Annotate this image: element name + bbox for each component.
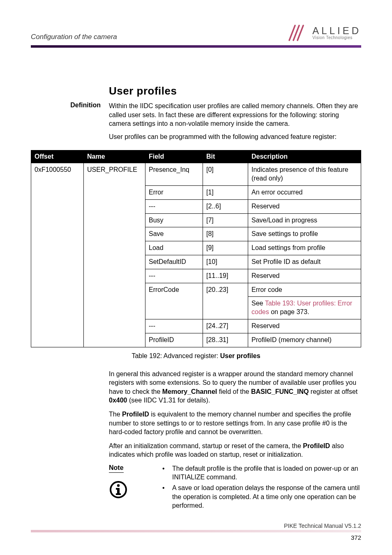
brand-block: ALLIED Vision Technologies [288, 25, 361, 41]
footer-divider [31, 530, 361, 532]
cell-field: Error [145, 185, 203, 199]
cell-desc: See Table 193: User profiles: Error code… [248, 297, 361, 319]
note-item: •A save or load operation delays the res… [162, 483, 361, 510]
cell-bit: [8] [203, 227, 248, 241]
th-description: Description [248, 150, 361, 163]
page-footer: PIKE Technical Manual V5.1.2 372 [31, 523, 361, 541]
text-strong: ProfileID [122, 411, 149, 418]
svg-point-4 [117, 484, 120, 487]
cell-desc: Set Profile ID as default [248, 255, 361, 269]
text-run: After an initialization command, startup… [109, 442, 303, 449]
cell-desc: An error occurred [248, 185, 361, 199]
bullet-icon: • [162, 483, 172, 510]
cell-bit-empty [203, 297, 248, 319]
note-block: Note •The default profile is the profile… [109, 464, 361, 512]
body-para-3: After an initialization command, startup… [109, 442, 361, 459]
cell-bit: [28..31] [203, 333, 248, 347]
cell-desc: Indicates presence of this feature (read… [248, 163, 361, 186]
cell-field-empty [145, 297, 203, 319]
section-title: Configuration of the camera [31, 33, 117, 41]
note-text: The default profile is the profile that … [172, 464, 361, 482]
cell-field: ErrorCode [145, 283, 203, 297]
cell-field: Presence_Inq [145, 163, 203, 186]
cell-desc: Reserved [248, 199, 361, 213]
cell-name: USER_PROFILE [84, 163, 145, 347]
definition-label: Definition [31, 102, 109, 145]
brand-logo-icon [288, 25, 309, 41]
cell-field: Busy [145, 213, 203, 227]
caption-prefix: Table 192: Advanced register: [131, 352, 220, 359]
info-icon [109, 480, 150, 499]
note-item: •The default profile is the profile that… [162, 464, 361, 482]
cell-bit: [20..23] [203, 283, 248, 297]
cell-desc: Error code [248, 283, 361, 297]
brand-tagline: Vision Technologies [312, 36, 361, 40]
cell-desc: Save settings to profile [248, 227, 361, 241]
body-para-1: In general this advanced register is a w… [109, 370, 361, 405]
svg-rect-6 [116, 488, 120, 490]
text-strong: BASIC_FUNC_INQ [251, 388, 309, 395]
cell-field: --- [145, 319, 203, 333]
brand-name: ALLIED [312, 26, 361, 36]
cell-desc: Reserved [248, 319, 361, 333]
text-run: field of the [217, 388, 251, 395]
th-field: Field [145, 150, 203, 163]
see-suffix: on page 373. [269, 308, 309, 315]
cell-bit: [24..27] [203, 319, 248, 333]
register-table: Offset Name Field Bit Description 0xF100… [31, 150, 361, 347]
text-strong: 0x400 [109, 397, 127, 404]
text-run: register at offset [309, 388, 357, 395]
text-run: The [109, 411, 122, 418]
cell-field: Save [145, 227, 203, 241]
th-name: Name [84, 150, 145, 163]
cell-field: --- [145, 199, 203, 213]
cell-bit: [7] [203, 213, 248, 227]
note-label: Note [109, 464, 124, 473]
footer-docname: PIKE Technical Manual V5.1.2 [31, 523, 361, 529]
bullet-icon: • [162, 464, 172, 482]
page-number: 372 [351, 534, 361, 541]
cell-bit: [1] [203, 185, 248, 199]
cell-field: SetDefaultID [145, 255, 203, 269]
cell-field: --- [145, 269, 203, 283]
text-strong: Memory_Channel [162, 388, 217, 395]
th-bit: Bit [203, 150, 248, 163]
text-strong: ProfileID [303, 442, 330, 449]
cell-desc: Reserved [248, 269, 361, 283]
svg-rect-7 [116, 493, 121, 495]
cell-bit: [10] [203, 255, 248, 269]
cell-field: Load [145, 241, 203, 255]
caption-strong: User profiles [220, 352, 261, 359]
heading-user-profiles: User profiles [109, 85, 361, 97]
table-caption: Table 192: Advanced register: User profi… [31, 352, 361, 360]
cell-bit: [9] [203, 241, 248, 255]
cell-bit: [0] [203, 163, 248, 186]
page-header: Configuration of the camera ALLIED Visio… [31, 25, 361, 41]
text-run: (see IIDC V1.31 for details). [127, 397, 210, 404]
cell-bit: [2..6] [203, 199, 248, 213]
definition-para-2: User profiles can be programmed with the… [109, 132, 361, 141]
cell-bit: [11..19] [203, 269, 248, 283]
cell-offset: 0xF1000550 [31, 163, 84, 347]
cell-desc: ProfileID (memory channel) [248, 333, 361, 347]
see-prefix: See [251, 300, 265, 307]
definition-para-1: Within the IIDC specification user profi… [109, 102, 361, 128]
cell-desc: Load settings from profile [248, 241, 361, 255]
th-offset: Offset [31, 150, 84, 163]
cell-field: ProfileID [145, 333, 203, 347]
cell-desc: Save/Load in progress [248, 213, 361, 227]
body-para-2: The ProfileID is equivalent to the memor… [109, 410, 361, 437]
header-divider [31, 45, 361, 48]
note-text: A save or load operation delays the resp… [172, 483, 361, 510]
